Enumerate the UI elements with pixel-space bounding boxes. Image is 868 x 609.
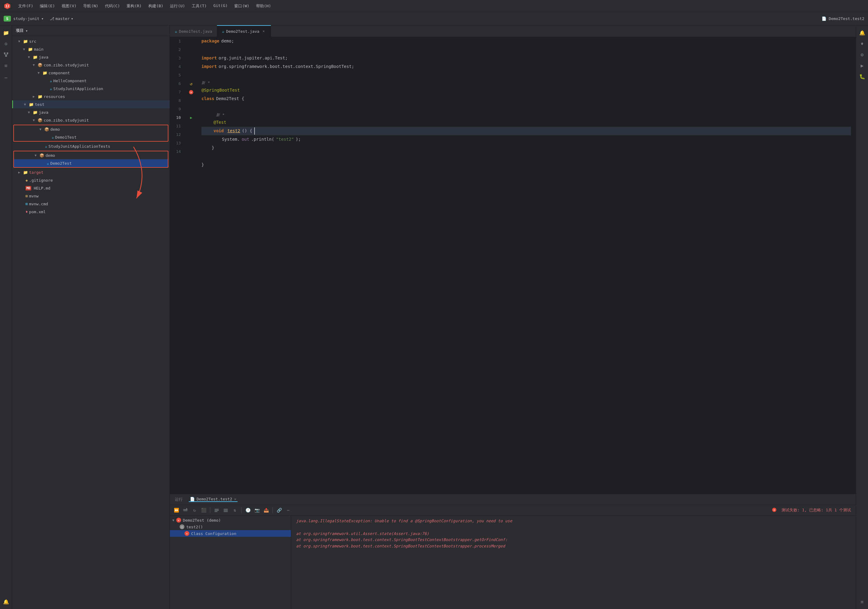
package-icon: 📦 bbox=[38, 63, 42, 67]
tree-item-mvnw-cmd[interactable]: ⊞ mvnw.cmd bbox=[12, 200, 170, 208]
error-line-1: java.lang.IllegalStateException: Unable … bbox=[296, 518, 851, 524]
test-item-test2[interactable]: ○ test2() bbox=[170, 524, 291, 530]
run-btn-stop2[interactable]: ⬛ bbox=[200, 506, 208, 514]
menu-help[interactable]: 帮助(H) bbox=[253, 2, 274, 10]
tree-item-label: mvnw.cmd bbox=[29, 202, 48, 206]
line-num-14: 14 bbox=[172, 147, 183, 156]
file-icon-pom: ♦ bbox=[25, 209, 28, 214]
right-sidebar-icon-debug[interactable]: 🐛 bbox=[857, 71, 867, 81]
run-btn-collapse[interactable] bbox=[213, 506, 220, 514]
svg-rect-21 bbox=[223, 511, 228, 512]
right-sidebar-icon-settings[interactable]: ⚙ bbox=[857, 50, 867, 59]
tree-item-target[interactable]: ▶ 📁 target bbox=[12, 168, 170, 176]
test-status-icon-error: ✕ bbox=[176, 518, 181, 522]
run-btn-history[interactable]: 🕐 bbox=[244, 506, 252, 514]
java-file-icon: ☕ bbox=[47, 161, 49, 166]
right-sidebar-icon-run[interactable]: ▶ bbox=[857, 60, 867, 70]
menu-navigate[interactable]: 导航(N) bbox=[80, 2, 101, 10]
package-icon: 📦 bbox=[38, 118, 42, 122]
bottom-tab-close[interactable]: × bbox=[234, 497, 236, 501]
project-selector[interactable]: study-junit ▾ bbox=[13, 16, 44, 21]
tab-close-button[interactable]: × bbox=[261, 29, 266, 34]
tree-item-Demo2Test[interactable]: ☕ Demo2Test bbox=[14, 159, 168, 167]
run-btn-sort[interactable]: ⇅ bbox=[231, 506, 239, 514]
run-btn-rerun-all[interactable]: ⏩ bbox=[172, 506, 180, 514]
test-item-class-config[interactable]: ✕ Class Configuration bbox=[170, 530, 291, 537]
bottom-tab-run[interactable]: 运行 bbox=[174, 497, 184, 502]
sidebar-icon-more[interactable]: … bbox=[1, 71, 11, 81]
sidebar-icon-bookmarks[interactable]: ⊙ bbox=[1, 39, 11, 48]
tree-item-helpmd[interactable]: MD HELP.md bbox=[12, 184, 170, 192]
test-item-Demo2Test[interactable]: ▼ ✕ Demo2Test (demo) bbox=[170, 517, 291, 524]
run-btn-stop[interactable]: ↻ bbox=[191, 506, 198, 514]
keyword-import: import bbox=[202, 54, 217, 62]
menu-refactor[interactable]: 重构(R) bbox=[124, 2, 144, 10]
branch-selector[interactable]: ⎇ master ▾ bbox=[50, 16, 73, 21]
run-btn-expand[interactable] bbox=[222, 506, 230, 514]
menu-build[interactable]: 构建(B) bbox=[145, 2, 166, 10]
tree-item-java[interactable]: ▼ 📁 java bbox=[12, 53, 170, 61]
sidebar-icon-structure[interactable] bbox=[1, 50, 11, 59]
test-status-icon-success: ○ bbox=[180, 524, 184, 529]
run-btn-link[interactable]: 🔗 bbox=[275, 506, 283, 514]
menu-edit[interactable]: 编辑(E) bbox=[37, 2, 57, 10]
gutter-7-error[interactable]: ✕ bbox=[188, 88, 194, 96]
tree-item-gitignore[interactable]: ◈ .gitignore bbox=[12, 176, 170, 184]
tree-item-com-zibo-test[interactable]: ▼ 📦 com.zibo.studyjunit bbox=[12, 116, 170, 124]
tree-item-java-test[interactable]: ▼ 📁 java bbox=[12, 108, 170, 116]
sub-package-box: ▼ 📦 demo ☕ Demo1Test 子包下 bbox=[13, 125, 168, 142]
tree-item-src[interactable]: ▼ 📁 src bbox=[12, 37, 170, 45]
tree-item-mvnw[interactable]: ⊞ mvnw bbox=[12, 192, 170, 200]
svg-rect-18 bbox=[214, 511, 217, 512]
tab-Demo2Test[interactable]: ☕ Demo2Test.java × bbox=[217, 25, 271, 37]
expand-arrow: ▼ bbox=[38, 71, 41, 75]
sidebar-icon-notifications[interactable]: 🔔 bbox=[1, 597, 11, 607]
tree-item-label: HelloComponent bbox=[53, 79, 87, 83]
tree-item-Demo1Test[interactable]: ☕ Demo1Test bbox=[14, 133, 168, 141]
tree-item-com-zibo[interactable]: ▼ 📦 com.zibo.studyjunit bbox=[12, 61, 170, 69]
menu-code[interactable]: 代码(C) bbox=[102, 2, 123, 10]
tree-item-main[interactable]: ▼ 📁 main bbox=[12, 45, 170, 53]
gutter-10-run[interactable]: ▶ bbox=[188, 113, 194, 122]
menu-git[interactable]: Git(G) bbox=[210, 2, 231, 10]
sidebar-icon-project[interactable]: 📁 bbox=[1, 28, 11, 37]
folder-icon: 📁 bbox=[23, 170, 28, 175]
tab-label: Demo1Test.java bbox=[179, 29, 212, 34]
tree-item-label: com.zibo.studyjunit bbox=[44, 63, 89, 67]
run-btn-snapshot[interactable]: 📷 bbox=[253, 506, 261, 514]
menu-view[interactable]: 视图(V) bbox=[59, 2, 79, 10]
run-btn-more[interactable]: ⋯ bbox=[284, 506, 292, 514]
gutter-6-refresh[interactable]: ↺ bbox=[188, 79, 194, 88]
bottom-tab-test[interactable]: 📄 Demo2Test.test2 × bbox=[189, 497, 237, 502]
tree-item-resources[interactable]: ▶ 📁 resources bbox=[12, 93, 170, 101]
tree-item-component[interactable]: ▼ 📁 component bbox=[12, 69, 170, 77]
error-line-4: at org.springframework.boot.test.context… bbox=[296, 537, 851, 543]
tree-item-demo-sub[interactable]: ▼ 📦 demo bbox=[14, 125, 168, 133]
project-panel-dropdown[interactable]: ▾ bbox=[25, 28, 28, 33]
right-sidebar-icon-bottom[interactable]: ≡ bbox=[857, 597, 867, 607]
right-sidebar-icon-plugins[interactable]: ♦ bbox=[857, 39, 867, 48]
run-btn-rerun-failed[interactable] bbox=[181, 506, 189, 514]
bottom-panel-tabs: 运行 📄 Demo2Test.test2 × bbox=[170, 494, 856, 505]
right-sidebar-icon-notifications[interactable]: 🔔 bbox=[857, 28, 867, 37]
test-status-text: 测试失败: 1, 已忽略: 1共 1 个测试 bbox=[779, 507, 853, 513]
menu-run[interactable]: 运行(U) bbox=[167, 2, 188, 10]
tree-item-StudyJunitApplicationTests[interactable]: ☕ StudyJunitApplicationTests bbox=[12, 142, 170, 150]
current-file-name: Demo2Test.test2 bbox=[829, 16, 864, 21]
menu-window[interactable]: 窗口(W) bbox=[231, 2, 252, 10]
tree-item-label: resources bbox=[44, 95, 65, 99]
code-content: package demo; import org.junit.jupiter.a… bbox=[197, 37, 856, 494]
expand-arrow: ▼ bbox=[34, 153, 38, 157]
menu-tools[interactable]: 工具(T) bbox=[189, 2, 210, 10]
tree-item-demo-out[interactable]: ▼ 📦 demo bbox=[14, 151, 168, 159]
run-btn-export[interactable]: 📤 bbox=[262, 506, 270, 514]
tree-item-StudyJunitApplication[interactable]: ☕ StudyJunitApplication bbox=[12, 85, 170, 93]
tree-item-pom[interactable]: ♦ pom.xml bbox=[12, 208, 170, 215]
menu-file[interactable]: 文件(F) bbox=[15, 2, 36, 10]
tree-item-label: pom.xml bbox=[29, 209, 46, 214]
run-content: ▼ ✕ Demo2Test (demo) ○ test2() ✕ Class C… bbox=[170, 516, 856, 609]
tree-item-HelloComponent[interactable]: ☕ HelloComponent bbox=[12, 77, 170, 85]
tree-item-test[interactable]: ▼ 📁 test bbox=[12, 101, 170, 108]
tab-Demo1Test[interactable]: ☕ Demo1Test.java bbox=[170, 25, 217, 37]
sidebar-icon-gradle[interactable]: ≡ bbox=[1, 60, 11, 70]
